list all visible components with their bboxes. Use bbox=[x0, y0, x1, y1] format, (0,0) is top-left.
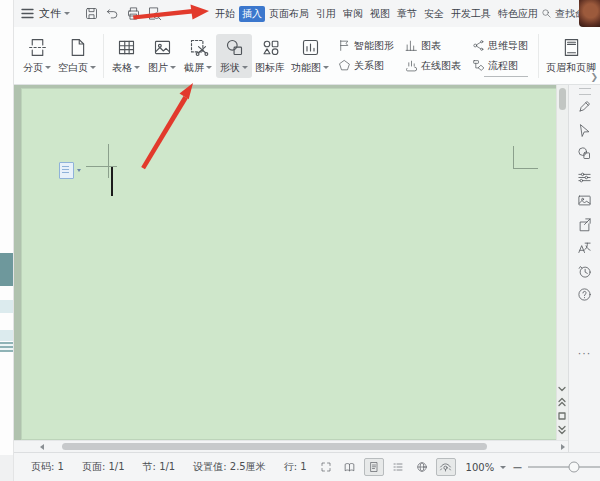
select-tool-button[interactable] bbox=[573, 119, 597, 143]
translate-button[interactable] bbox=[573, 236, 597, 260]
header-footer-button[interactable]: 页眉和页脚 bbox=[543, 34, 599, 78]
page-layout-view-button[interactable] bbox=[364, 458, 384, 476]
button-label: 空白页 bbox=[58, 61, 88, 75]
user-avatar[interactable] bbox=[579, 0, 600, 27]
titlebar: 文件 开始 插入 页面布局 引用 审阅 视图 章节 安全 开发 bbox=[14, 0, 600, 27]
zoom-level-value[interactable]: 100% bbox=[466, 462, 495, 473]
mind-map-button[interactable]: 思维导图 bbox=[471, 38, 529, 54]
save-button[interactable] bbox=[84, 6, 99, 21]
status-page-number: 页码: 1 bbox=[22, 460, 73, 474]
page-break-icon bbox=[27, 37, 48, 58]
insert-ribbon: 分页 空白页 表格 图片 截屏 形状 图标库 功能图 bbox=[14, 27, 600, 85]
scroll-right-icon[interactable] bbox=[561, 444, 565, 450]
margin-mark bbox=[513, 168, 538, 169]
ribbon-expand-arrow[interactable]: ❯ bbox=[590, 72, 598, 82]
screenshot-button[interactable]: 截屏 bbox=[180, 34, 216, 78]
history-version-button[interactable] bbox=[573, 260, 597, 284]
horizontal-scrollbar[interactable] bbox=[14, 440, 569, 452]
table-button[interactable]: 表格 bbox=[108, 34, 144, 78]
button-label: 表格 bbox=[112, 61, 132, 75]
page-navigation-buttons bbox=[556, 383, 568, 442]
button-label: 图标库 bbox=[255, 61, 285, 75]
file-menu-label: 文件 bbox=[39, 6, 61, 21]
hamburger-menu-icon[interactable] bbox=[21, 8, 34, 19]
smart-graphic-button[interactable]: 智能图形 bbox=[337, 38, 395, 54]
document-workspace: ··· bbox=[14, 85, 600, 452]
status-line-number: 行: 1 bbox=[275, 460, 316, 474]
tab-review[interactable]: 审阅 bbox=[340, 6, 366, 22]
blank-page-button[interactable]: 空白页 bbox=[55, 34, 99, 78]
read-layout-button[interactable] bbox=[340, 458, 360, 476]
next-page-icon[interactable] bbox=[557, 425, 567, 435]
online-chart-button[interactable]: 在线图表 bbox=[404, 58, 462, 74]
document-page[interactable] bbox=[21, 88, 557, 440]
file-menu[interactable]: 文件 bbox=[39, 6, 70, 21]
share-export-button[interactable] bbox=[573, 213, 597, 237]
chevron-down-icon bbox=[323, 66, 329, 69]
annotate-pen-button[interactable] bbox=[573, 95, 597, 119]
print-preview-button[interactable] bbox=[147, 6, 162, 21]
view-mode-buttons bbox=[316, 458, 456, 476]
button-label: 在线图表 bbox=[421, 59, 461, 73]
status-page-count: 页面: 1/1 bbox=[73, 460, 134, 474]
background-band bbox=[0, 253, 13, 286]
chevron-down-icon bbox=[206, 66, 212, 69]
status-section: 节: 1/1 bbox=[134, 460, 185, 474]
fullscreen-view-button[interactable] bbox=[316, 458, 336, 476]
tab-section[interactable]: 章节 bbox=[394, 6, 420, 22]
diagram-button-group: 智能图形 图表 思维导图 关系图 在线图表 流程图 bbox=[337, 38, 529, 74]
tab-security[interactable]: 安全 bbox=[421, 6, 447, 22]
paste-options-button[interactable] bbox=[59, 162, 81, 179]
undo-button[interactable] bbox=[105, 6, 120, 21]
tab-insert[interactable]: 插入 bbox=[239, 6, 265, 22]
background-band bbox=[0, 300, 13, 313]
function-diagram-button[interactable]: 功能图 bbox=[288, 34, 332, 78]
smart-graphic-icon bbox=[338, 39, 351, 52]
tab-view[interactable]: 视图 bbox=[367, 6, 393, 22]
chart-button[interactable]: 图表 bbox=[404, 38, 462, 54]
statusbar: 页码: 1 页面: 1/1 节: 1/1 设置值: 2.5厘米 行: 1 bbox=[14, 452, 600, 481]
rail-more-button[interactable]: ··· bbox=[578, 347, 592, 360]
shapes-tool-button[interactable] bbox=[573, 142, 597, 166]
scroll-left-icon[interactable] bbox=[40, 444, 44, 450]
scroll-down-icon[interactable] bbox=[557, 385, 567, 393]
picture-button[interactable]: 图片 bbox=[144, 34, 180, 78]
help-panel-button[interactable] bbox=[573, 283, 597, 307]
icon-library-button[interactable]: 图标库 bbox=[252, 34, 288, 78]
page-break-button[interactable]: 分页 bbox=[19, 34, 55, 78]
chart-icon bbox=[405, 39, 418, 52]
insert-image-button[interactable] bbox=[573, 189, 597, 213]
adjust-settings-button[interactable] bbox=[573, 166, 597, 190]
tab-dev-tools[interactable]: 开发工具 bbox=[448, 6, 494, 22]
relation-diagram-button[interactable]: 关系图 bbox=[337, 58, 395, 74]
tab-references[interactable]: 引用 bbox=[313, 6, 339, 22]
flowchart-button[interactable]: 流程图 bbox=[471, 58, 529, 74]
previous-page-icon[interactable] bbox=[557, 397, 567, 407]
tab-page-layout[interactable]: 页面布局 bbox=[266, 6, 312, 22]
chevron-down-icon bbox=[174, 12, 180, 15]
web-layout-button[interactable] bbox=[412, 458, 432, 476]
eye-protection-mode-button[interactable] bbox=[436, 458, 456, 476]
shapes-icon bbox=[224, 37, 245, 58]
function-diagram-icon bbox=[300, 37, 321, 58]
chevron-down-icon bbox=[64, 12, 70, 15]
outline-view-button[interactable] bbox=[388, 458, 408, 476]
blank-page-icon bbox=[67, 37, 88, 58]
horizontal-scrollbar-thumb[interactable] bbox=[62, 443, 487, 450]
tab-special-apps[interactable]: 特色应用 bbox=[495, 6, 541, 22]
zoom-out-button[interactable]: − bbox=[512, 460, 522, 475]
chevron-down-icon bbox=[77, 169, 81, 172]
zoom-slider[interactable] bbox=[528, 466, 600, 468]
text-cursor bbox=[111, 167, 113, 196]
margin-mark bbox=[108, 144, 109, 178]
zoom-slider-handle[interactable] bbox=[569, 462, 580, 473]
shapes-button[interactable]: 形状 bbox=[216, 34, 252, 78]
button-label: 流程图 bbox=[488, 59, 518, 73]
chevron-down-icon bbox=[134, 66, 140, 69]
wps-writer-window: 文件 开始 插入 页面布局 引用 审阅 视图 章节 安全 开发 bbox=[13, 0, 600, 481]
select-browse-object-icon[interactable] bbox=[557, 411, 567, 421]
vertical-scrollbar-thumb[interactable] bbox=[559, 88, 566, 110]
rail-collapse-handle[interactable] bbox=[579, 88, 591, 95]
tab-home[interactable]: 开始 bbox=[212, 6, 238, 22]
print-button[interactable] bbox=[126, 6, 141, 21]
